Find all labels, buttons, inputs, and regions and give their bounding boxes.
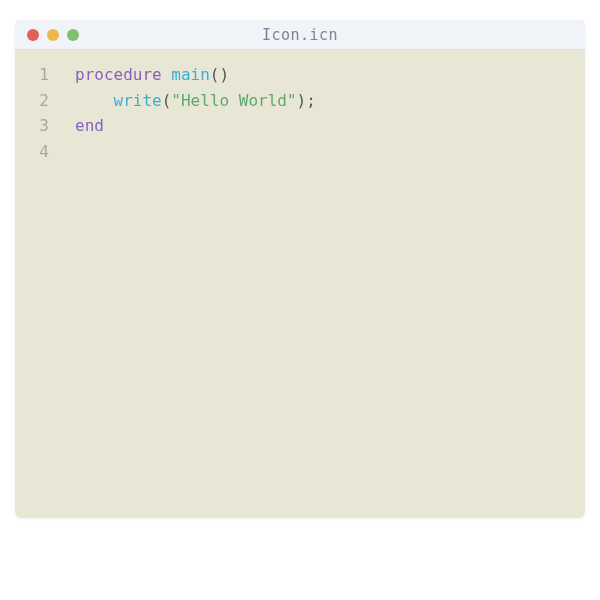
- code-line: end: [75, 113, 585, 139]
- editor-window: Icon.icn 1 2 3 4 procedure main() write(…: [15, 20, 585, 518]
- code-line: [75, 139, 585, 165]
- token-empty: [75, 142, 85, 161]
- line-number: 4: [15, 139, 59, 165]
- code-area[interactable]: 1 2 3 4 procedure main() write("Hello Wo…: [15, 50, 585, 518]
- token-keyword: end: [75, 116, 104, 135]
- code-line: write("Hello World");: [75, 88, 585, 114]
- token-identifier: write: [114, 91, 162, 110]
- line-gutter: 1 2 3 4: [15, 62, 59, 518]
- token-identifier: main: [171, 65, 210, 84]
- token-punctuation: );: [297, 91, 316, 110]
- code-line: procedure main(): [75, 62, 585, 88]
- token-string: "Hello World": [171, 91, 296, 110]
- maximize-icon[interactable]: [67, 29, 79, 41]
- traffic-lights: [27, 29, 79, 41]
- line-number: 3: [15, 113, 59, 139]
- token-keyword: procedure: [75, 65, 171, 84]
- close-icon[interactable]: [27, 29, 39, 41]
- token-punctuation: (): [210, 65, 229, 84]
- token-punctuation: (: [162, 91, 172, 110]
- window-title: Icon.icn: [262, 26, 338, 44]
- token-indent: [75, 91, 114, 110]
- line-number: 2: [15, 88, 59, 114]
- code-content[interactable]: procedure main() write("Hello World"); e…: [59, 62, 585, 518]
- minimize-icon[interactable]: [47, 29, 59, 41]
- title-bar: Icon.icn: [15, 20, 585, 50]
- line-number: 1: [15, 62, 59, 88]
